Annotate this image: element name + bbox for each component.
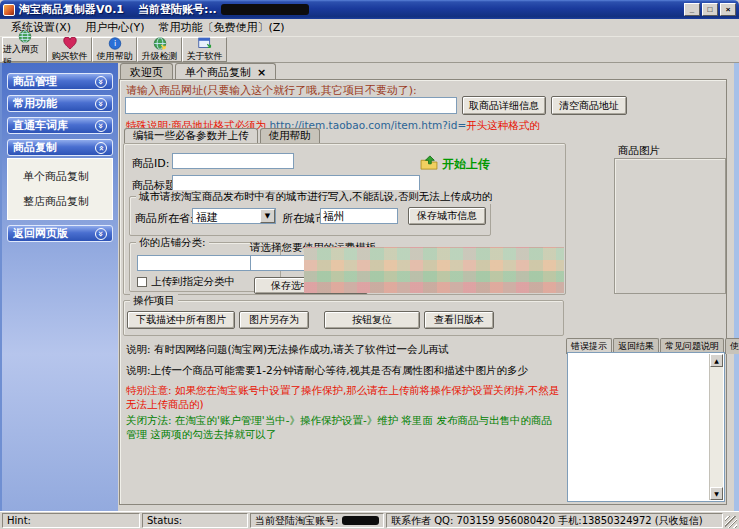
product-title-input[interactable] bbox=[172, 175, 420, 191]
sidebar-group-label: 常用功能 bbox=[13, 96, 57, 111]
close-button[interactable]: × bbox=[720, 3, 736, 16]
title-bar: 淘宝商品复制器V0.1 当前登陆账号:.. _ □ × bbox=[0, 0, 739, 19]
chevron-down-icon[interactable]: » bbox=[95, 98, 107, 110]
minimize-button[interactable]: _ bbox=[684, 3, 700, 16]
save-city-info-button[interactable]: 保存城市信息 bbox=[408, 207, 486, 225]
edit-tabs: 编辑一些必备参数并上传 使用帮助 bbox=[124, 128, 322, 143]
maximize-button[interactable]: □ bbox=[702, 3, 718, 16]
city-group-title: 城市请按淘宝商品发布时中有的城市进行写入,不能乱设,否则无法上传成功的 bbox=[136, 190, 495, 204]
scroll-down-icon[interactable]: ▼ bbox=[710, 487, 723, 500]
globe-update-icon bbox=[153, 37, 167, 50]
tip-disable-protection: 关闭方法: 在淘宝的'账户管理'当中-》操作保护设置-》维护 将里面 发布商品与… bbox=[126, 414, 562, 442]
clear-url-button[interactable]: 清空商品地址 bbox=[551, 96, 627, 115]
tab-edit-help[interactable]: 使用帮助 bbox=[260, 128, 320, 143]
shop-category-title: 你的店铺分类: bbox=[136, 236, 209, 250]
sidebar-group-common-functions[interactable]: 常用功能 » bbox=[7, 95, 113, 112]
sidebar-item-single-product-copy[interactable]: 单个商品复制 bbox=[8, 164, 112, 189]
scroll-up-icon[interactable]: ▲ bbox=[710, 354, 723, 367]
document-tabs: 欢迎页 单个商品复制× bbox=[120, 63, 278, 79]
sidebar-group-product-management[interactable]: 商品管理 » bbox=[7, 73, 113, 90]
product-id-input[interactable] bbox=[172, 153, 294, 169]
status-contact-cell: 联系作者 QQ: 703159 956080420 手机:13850324972… bbox=[386, 513, 723, 528]
sidebar-group-back-to-web[interactable]: 返回网页版 » bbox=[7, 225, 113, 242]
start-upload-button[interactable]: 开始上传 bbox=[420, 155, 490, 173]
toolbar-upgrade-check-button[interactable]: 升级检测 bbox=[137, 37, 182, 62]
status-status-cell: Status: bbox=[142, 513, 248, 528]
svg-text:i: i bbox=[113, 39, 115, 48]
tab-welcome[interactable]: 欢迎页 bbox=[120, 63, 173, 79]
get-product-info-button[interactable]: 取商品详细信息 bbox=[462, 96, 546, 115]
operations-title: 操作项目 bbox=[130, 294, 178, 308]
status-label: Status: bbox=[147, 514, 182, 527]
note-network: 说明: 有时因网络问题(淘宝网)无法操作成功,请关了软件过一会儿再试 bbox=[126, 343, 449, 357]
resize-grip[interactable] bbox=[725, 516, 737, 528]
content-area: 欢迎页 单个商品复制× 请输入商品网址(只要输入这个就行了哦,其它项目不要动了)… bbox=[118, 63, 734, 511]
product-image-placeholder bbox=[614, 158, 726, 294]
single-copy-panel: 请输入商品网址(只要输入这个就行了哦,其它项目不要动了): 取商品详细信息 清空… bbox=[119, 79, 727, 505]
product-image-title: 商品图片 bbox=[618, 144, 660, 158]
scrollbar[interactable]: ▲ ▼ bbox=[709, 354, 723, 500]
start-upload-label: 开始上传 bbox=[442, 156, 490, 173]
window-body: 商品管理 » 常用功能 » 直通车词库 » 商品复制 » 单个商品复制 整店商品… bbox=[0, 63, 739, 511]
status-account-label: 当前登陆淘宝账号: bbox=[255, 514, 338, 527]
province-value: 福建 bbox=[196, 210, 218, 225]
account-label: 当前登陆账号:.. bbox=[138, 2, 217, 17]
sidebar-item-whole-store-copy[interactable]: 整店商品复制 bbox=[8, 189, 112, 214]
toolbar-enter-web-version-button[interactable]: 进入网页版 bbox=[2, 37, 47, 62]
tab-edit-params[interactable]: 编辑一些必备参数并上传 bbox=[124, 128, 258, 143]
tab-label: 单个商品复制 bbox=[185, 66, 251, 79]
info-icon: i bbox=[108, 37, 122, 50]
toolbar-label: 关于软件 bbox=[187, 50, 223, 63]
warning-operation-protection: 特别注意: 如果您在淘宝账号中设置了操作保护,那么请在上传前将操作保护设置关闭掉… bbox=[126, 384, 562, 412]
about-window-icon bbox=[198, 37, 212, 50]
redacted-mosaic-region bbox=[304, 247, 564, 293]
save-image-as-button[interactable]: 图片另存为 bbox=[239, 311, 309, 329]
window-title: 淘宝商品复制器V0.1 bbox=[19, 2, 124, 17]
menu-common-functions[interactable]: 常用功能〔免费使用〕(Z) bbox=[151, 19, 291, 36]
chevron-down-icon[interactable]: » bbox=[95, 228, 107, 240]
app-icon bbox=[3, 4, 15, 16]
province-dropdown[interactable]: 福建 ▼ bbox=[192, 208, 276, 224]
chevron-down-icon[interactable]: ▼ bbox=[260, 209, 275, 223]
toolbar: 进入网页版 购买软件 i 使用帮助 升级检测 关于软件 bbox=[0, 37, 739, 63]
product-url-input[interactable] bbox=[125, 97, 457, 114]
toolbar-buy-software-button[interactable]: 购买软件 bbox=[47, 37, 92, 62]
toolbar-about-software-button[interactable]: 关于软件 bbox=[182, 37, 227, 62]
operations-groupbox: 操作项目 下载描述中所有图片 图片另存为 按钮复位 查看旧版本 bbox=[123, 300, 564, 336]
status-bar: Hint: Status: 当前登陆淘宝账号: 联系作者 QQ: 703159 … bbox=[0, 511, 739, 529]
download-description-images-button[interactable]: 下载描述中所有图片 bbox=[127, 311, 235, 329]
tab-help[interactable]: 使用帮助 bbox=[725, 338, 739, 354]
sidebar-group-label: 商品管理 bbox=[13, 74, 57, 89]
heart-icon bbox=[63, 37, 77, 50]
view-old-version-button[interactable]: 查看旧版本 bbox=[424, 311, 494, 329]
province-label: 商品所在省: bbox=[135, 211, 194, 226]
app-window: 淘宝商品复制器V0.1 当前登陆账号:.. _ □ × 系统设置(X) 用户中心… bbox=[0, 0, 739, 529]
result-textarea[interactable]: ▲ ▼ bbox=[567, 352, 725, 502]
url-instruction-label: 请输入商品网址(只要输入这个就行了哦,其它项目不要动了): bbox=[126, 83, 417, 98]
chevron-down-icon[interactable]: » bbox=[95, 76, 107, 88]
contact-info: 联系作者 QQ: 703159 956080420 手机:13850324972… bbox=[391, 514, 703, 527]
sidebar: 商品管理 » 常用功能 » 直通车词库 » 商品复制 » 单个商品复制 整店商品… bbox=[2, 63, 118, 511]
tab-single-product-copy[interactable]: 单个商品复制× bbox=[175, 63, 276, 79]
upload-to-category-checkbox[interactable] bbox=[137, 277, 147, 287]
menu-user-center[interactable]: 用户中心(Y) bbox=[78, 19, 151, 36]
globe-icon bbox=[18, 30, 32, 43]
note-upload-time: 说明:上传一个商品可能需要1-2分钟请耐心等待,视其是否有属性图和描述中图片的多… bbox=[126, 364, 528, 378]
chevron-down-icon[interactable]: » bbox=[95, 120, 107, 132]
reset-buttons-button[interactable]: 按钮复位 bbox=[324, 311, 420, 329]
sidebar-group-ztc-keywords[interactable]: 直通车词库 » bbox=[7, 117, 113, 134]
menu-system-settings[interactable]: 系统设置(X) bbox=[4, 19, 78, 36]
close-icon[interactable]: × bbox=[257, 66, 266, 79]
chevron-up-icon[interactable]: » bbox=[95, 142, 107, 154]
sidebar-group-product-copy[interactable]: 商品复制 » bbox=[7, 139, 113, 156]
redacted-account-blob bbox=[221, 4, 309, 15]
product-id-label: 商品ID: bbox=[132, 156, 169, 171]
upload-to-category-option: 上传到指定分类中 bbox=[137, 275, 235, 289]
upload-to-category-label: 上传到指定分类中 bbox=[151, 275, 235, 289]
start-upload-icon bbox=[420, 155, 438, 173]
toolbar-use-help-button[interactable]: i 使用帮助 bbox=[92, 37, 137, 62]
redacted-account-blob bbox=[342, 516, 379, 525]
city-input[interactable] bbox=[320, 208, 398, 224]
sidebar-group-label: 返回网页版 bbox=[13, 226, 68, 241]
status-account-cell: 当前登陆淘宝账号: bbox=[250, 513, 384, 528]
